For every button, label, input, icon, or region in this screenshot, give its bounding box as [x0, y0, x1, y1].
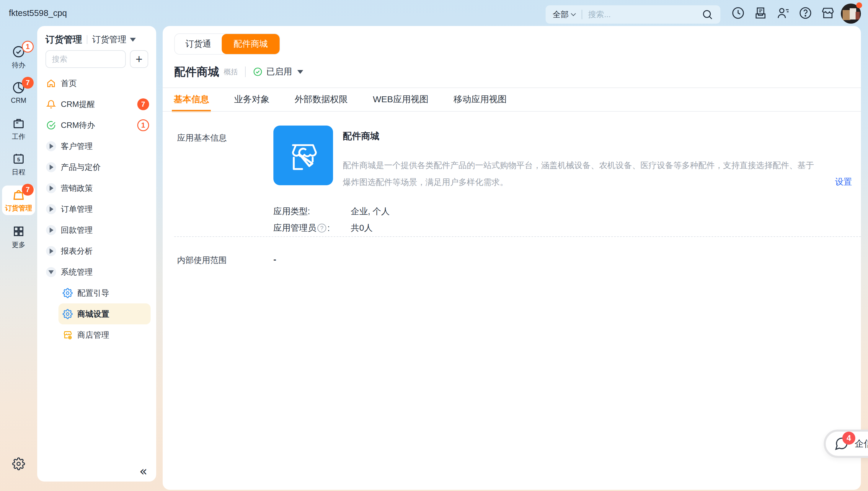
divider: [582, 10, 582, 19]
help-icon[interactable]: [798, 6, 812, 20]
app-admin-label: 应用管理员 ? :: [273, 222, 351, 234]
sidebar-search[interactable]: [45, 50, 126, 68]
crm-pie-icon: 7: [12, 81, 25, 94]
app-type-row: 应用类型: 企业, 个人: [273, 206, 390, 218]
sidebar-item-crm-remind[interactable]: CRM提醒 7: [37, 94, 156, 115]
nav-tabs: 基本信息 业务对象 外部数据权限 WEB应用视图 移动应用视图: [174, 89, 507, 111]
rail-item-crm[interactable]: 7 CRM: [2, 78, 35, 108]
chevron-right-icon: [46, 204, 56, 214]
search-scope-dropdown[interactable]: 全部: [553, 9, 575, 20]
contacts-icon[interactable]: [776, 6, 790, 20]
app-tab-group: 订货通 配件商城: [174, 33, 280, 55]
dashed-divider: [174, 236, 861, 237]
sidebar-item-mall-settings[interactable]: 商城设置: [58, 304, 151, 324]
chevron-down-icon: [571, 11, 576, 16]
page: fktest5598_cpq 全部: [0, 0, 868, 491]
shopping-bag-icon: 7: [12, 188, 25, 201]
sidebar-item-config-guide[interactable]: 配置引导: [37, 283, 156, 304]
app-admin-value: 共0人: [351, 222, 373, 234]
scope-value: -: [273, 255, 276, 264]
tab-parts-mall[interactable]: 配件商城: [222, 34, 280, 54]
bell-icon: [46, 99, 56, 109]
todo-check-icon: 1: [12, 45, 25, 58]
workspace-title: fktest5598_cpq: [9, 0, 67, 26]
chevron-down-icon: [46, 267, 56, 277]
store-wrench-icon: [284, 137, 322, 174]
help-icon[interactable]: ?: [317, 224, 326, 232]
collapse-sidebar-button[interactable]: «: [140, 464, 147, 479]
section-label: 应用基本信息: [177, 132, 227, 144]
sidebar-search-input[interactable]: [52, 55, 119, 64]
notification-dot: [856, 2, 862, 8]
rail-item-todo[interactable]: 1 待办: [2, 42, 35, 72]
sidebar-item-customer-mgmt[interactable]: 客户管理: [37, 136, 156, 156]
app-admin-row: 应用管理员 ? : 共0人: [273, 222, 373, 234]
divider: [163, 87, 861, 88]
rail-item-order-mgmt[interactable]: 7 订货管理: [2, 185, 35, 215]
rail-item-work[interactable]: 工作: [2, 114, 35, 144]
history-icon[interactable]: [731, 6, 745, 20]
chat-label: 企信: [855, 437, 868, 450]
divider: [163, 111, 861, 112]
sidebar-item-payment-mgmt[interactable]: 回款管理: [37, 220, 156, 240]
app-description: 配件商城是一个提供各类配件产品的一站式购物平台，涵盖机械设备、农机设备、医疗设备…: [343, 157, 818, 191]
chevron-down-icon[interactable]: [130, 38, 136, 42]
chevron-right-icon: [46, 162, 56, 172]
title-row: 配件商城 概括 已启用: [174, 62, 303, 82]
search-icon[interactable]: [702, 8, 713, 20]
gear-icon: [63, 309, 73, 319]
inbox-icon[interactable]: [753, 6, 768, 20]
scope-label: 内部使用范围: [177, 255, 227, 266]
rail-item-more[interactable]: 更多: [2, 222, 35, 252]
topbar: fktest5598_cpq 全部: [0, 0, 868, 26]
app-name: 配件商城: [343, 130, 379, 142]
search-scope-label: 全部: [553, 9, 569, 20]
badge: 1: [22, 41, 34, 53]
app-market-icon[interactable]: [821, 6, 835, 20]
divider: [245, 66, 246, 77]
store-gear-icon: [63, 330, 73, 340]
title-tag: 概括: [224, 67, 238, 77]
chevron-down-icon: [297, 70, 303, 74]
enabled-check-icon: [253, 67, 263, 77]
home-icon: [46, 78, 56, 88]
svg-text:5: 5: [17, 156, 20, 163]
sidebar-item-report-analysis[interactable]: 报表分析: [37, 240, 156, 261]
search-input[interactable]: [588, 10, 686, 19]
add-button[interactable]: +: [130, 50, 148, 68]
qixin-chat-button[interactable]: 4 企信: [824, 430, 868, 458]
tab-web-app-view[interactable]: WEB应用视图: [373, 93, 428, 107]
tab-basic-info[interactable]: 基本信息: [174, 93, 209, 107]
divider: [87, 35, 87, 44]
sidebar-subtitle[interactable]: 订货管理: [92, 34, 126, 46]
badge: 7: [22, 77, 34, 89]
rail: 1 待办 7 CRM 工作 5 日程 7: [0, 26, 37, 491]
sidebar-item-store-mgmt[interactable]: 商店管理: [37, 324, 156, 345]
chevron-right-icon: [46, 225, 56, 235]
status-dropdown[interactable]: 已启用: [253, 66, 303, 78]
global-search[interactable]: 全部: [546, 5, 720, 24]
sidebar-item-system-mgmt[interactable]: 系统管理: [37, 261, 156, 283]
page-title: 配件商城: [174, 64, 219, 80]
settings-gear-icon[interactable]: [12, 457, 25, 470]
gear-icon: [63, 288, 73, 298]
sidebar-item-crm-todo[interactable]: CRM待办 1: [37, 115, 156, 136]
sidebar-item-order-mgmt[interactable]: 订单管理: [37, 199, 156, 220]
tab-external-data-permission[interactable]: 外部数据权限: [294, 93, 348, 107]
app-type-value: 企业, 个人: [351, 206, 390, 218]
briefcase-icon: [12, 116, 25, 130]
rail-item-schedule[interactable]: 5 日程: [2, 149, 35, 179]
badge: 7: [22, 184, 34, 196]
badge: 1: [137, 119, 149, 131]
tab-mobile-app-view[interactable]: 移动应用视图: [454, 93, 507, 107]
sidebar-item-product-pricing[interactable]: 产品与定价: [37, 156, 156, 178]
settings-link[interactable]: 设置: [835, 176, 852, 188]
app-type-label: 应用类型:: [273, 206, 351, 218]
check-circle-icon: [46, 120, 56, 130]
grid-icon: [12, 225, 25, 238]
sidebar-item-home[interactable]: 首页: [37, 73, 156, 94]
sidebar-item-marketing-policy[interactable]: 营销政策: [37, 178, 156, 199]
tab-business-objects[interactable]: 业务对象: [234, 93, 270, 107]
sidebar-header: 订货管理 订货管理: [45, 33, 136, 46]
tab-dinghuotong[interactable]: 订货通: [175, 34, 222, 54]
